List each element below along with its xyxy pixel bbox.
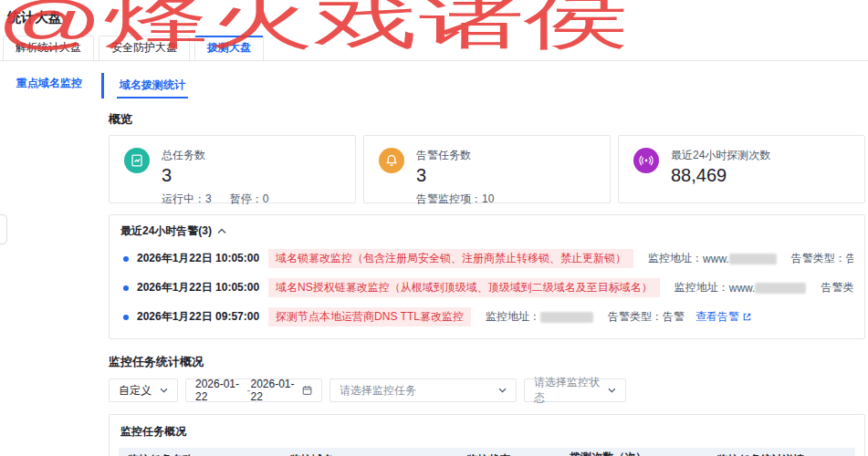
page-title: 统计大盘: [0, 0, 868, 26]
status-select[interactable]: 请选择监控状态: [524, 378, 626, 402]
col-task-name: 监控任务名称: [119, 448, 281, 456]
chevron-down-icon: [608, 388, 616, 393]
alert-address-value: www.: [729, 282, 807, 295]
calendar-icon: [302, 385, 312, 396]
card-alert-tasks: 告警任务数 3 告警监控项：10: [363, 135, 611, 203]
alert-row: 2026年1月22日 10:05:00 域名锁篡改监控（包含注册局安全锁、注册商…: [120, 249, 853, 268]
task-select[interactable]: 请选择监控任务: [329, 378, 517, 402]
sidebar-item-key-domain-monitor[interactable]: 重点域名监控: [0, 76, 101, 91]
task-list-icon: [124, 148, 150, 173]
alert-type-value: 告警: [846, 251, 853, 266]
col-status: 监控状态: [457, 448, 560, 456]
task-table-panel: 监控任务概况 监控任务名称 监控域名 监控状态 拨测次数（次） 监控任务统计详情: [109, 414, 865, 456]
alert-type-tag: 探测节点本地运营商DNS TTL篡改监控: [268, 307, 471, 326]
redacted-domain: [540, 312, 593, 323]
card-meta-item: 运行中：3: [162, 192, 212, 207]
card-value: 3: [416, 165, 494, 186]
stats-section-title: 监控任务统计概况: [109, 354, 865, 370]
left-sidebar: 重点域名监控: [0, 61, 101, 456]
filter-bar: 自定义 2026-01-22 - 2026-01-22 请选择监控任务 请选择监…: [109, 378, 865, 402]
alert-time: 2026年1月22日 10:05:00: [137, 280, 259, 295]
chevron-up-icon[interactable]: [217, 228, 226, 234]
col-probe-count: 拨测次数（次）: [560, 448, 707, 456]
tab-security-dashboard[interactable]: 安全防护大盘: [99, 36, 190, 60]
overview-cards: 总任务数 3 运行中：3 暂停：0: [109, 135, 865, 203]
date-range-picker[interactable]: 2026-01-22 - 2026-01-22: [185, 378, 322, 402]
tab-probe-dashboard[interactable]: 拨测大盘: [194, 36, 264, 60]
alert-address-label: 监控地址：: [648, 251, 703, 266]
bullet-dot-icon: [123, 315, 129, 320]
bullet-dot-icon: [123, 285, 129, 291]
card-meta-item: 暂停：0: [230, 192, 269, 207]
view-alert-link[interactable]: 查看告警: [695, 309, 752, 325]
alert-address-value: www.: [703, 253, 777, 265]
chevron-down-icon: [498, 388, 507, 393]
bullet-dot-icon: [123, 256, 129, 262]
card-total-tasks: 总任务数 3 运行中：3 暂停：0: [109, 135, 356, 203]
alert-type-label: 告警类型：: [608, 309, 663, 325]
col-domain: 监控域名: [281, 448, 458, 456]
card-label: 告警任务数: [416, 148, 494, 163]
radar-icon: [633, 148, 659, 173]
alert-type-value: 告警: [663, 309, 685, 325]
panel-collapse-handle[interactable]: [0, 214, 7, 244]
external-link-icon: [742, 312, 752, 322]
overview-section-title: 概览: [109, 111, 865, 128]
card-meta-item: 告警监控项：10: [416, 192, 494, 207]
chevron-down-icon: [160, 388, 168, 393]
alert-time: 2026年1月22日 09:57:00: [137, 309, 259, 325]
alerts-title: 最近24小时告警(3): [120, 223, 212, 239]
alert-time: 2026年1月22日 10:05:00: [137, 251, 259, 266]
top-tab-bar: 解析统计大盘 安全防护大盘 拨测大盘: [0, 36, 868, 61]
alert-type-label: 告警类型：: [821, 280, 853, 295]
card-probe-count-24h: 最近24小时探测次数 88,469: [618, 135, 865, 203]
card-value: 3: [162, 165, 268, 186]
alert-type-tag: 域名NS授权链篡改监控（从根域到顶级域、顶级域到二级域名及至目标域名）: [268, 278, 660, 297]
alert-type-label: 告警类型：: [791, 251, 846, 266]
active-indicator-bar: [101, 73, 104, 98]
range-type-select[interactable]: 自定义: [109, 378, 178, 402]
alert-address-value: [540, 311, 593, 324]
card-label: 最近24小时探测次数: [671, 148, 770, 163]
alert-row: 2026年1月22日 09:57:00 探测节点本地运营商DNS TTL篡改监控…: [120, 307, 853, 326]
col-detail: 监控任务统计详情: [708, 448, 855, 456]
subtab-domain-probe-stats[interactable]: 域名拨测统计: [117, 73, 188, 98]
alarm-bell-icon: [379, 148, 404, 173]
date-start: 2026-01-22: [195, 378, 246, 403]
card-value: 88,469: [671, 165, 770, 186]
redacted-domain: [729, 254, 777, 264]
alert-address-label: 监控地址：: [486, 309, 540, 325]
alert-address-label: 监控地址：: [675, 280, 729, 295]
monitor-task-table: 监控任务名称 监控域名 监控状态 拨测次数（次） 监控任务统计详情 test-m…: [119, 448, 855, 456]
sub-tab-bar: 域名拨测统计: [101, 73, 868, 98]
alerts-panel: 最近24小时告警(3) 2026年1月22日 10:05:00 域名锁篡改监控（…: [109, 214, 865, 339]
redacted-domain: [755, 283, 806, 294]
tab-resolution-dashboard[interactable]: 解析统计大盘: [3, 36, 94, 60]
card-label: 总任务数: [162, 148, 268, 163]
alert-type-tag: 域名锁篡改监控（包含注册局安全锁、注册商禁止转移锁、禁止更新锁）: [268, 249, 633, 268]
table-title: 监控任务概况: [119, 424, 855, 440]
date-end: 2026-01-22: [250, 378, 301, 403]
alert-row: 2026年1月22日 10:05:00 域名NS授权链篡改监控（从根域到顶级域、…: [120, 278, 853, 297]
